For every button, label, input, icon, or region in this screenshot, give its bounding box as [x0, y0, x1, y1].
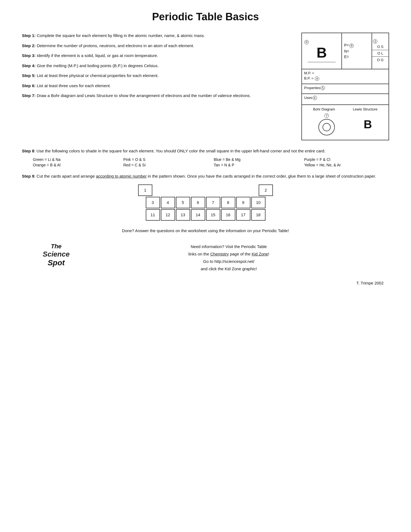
color-pink: Pink = O & S	[123, 157, 208, 162]
electron-row: E=	[344, 55, 369, 59]
chemistry-link: Chemistry	[210, 252, 229, 256]
cell-14: 14	[191, 209, 205, 221]
periodic-pattern: 1 2 3 4 5 6 7 8 9 10 11 12 13 14 15	[22, 184, 389, 221]
step1-text: Step 1: Complete the square for each ele…	[22, 33, 293, 39]
pattern-row-2: 3 4 5 6 7 8 9 10	[146, 197, 266, 208]
cell-11: 11	[146, 209, 160, 221]
color-orange: Orange = B & Al	[33, 163, 118, 167]
cell-2: 2	[259, 184, 273, 196]
color-green: Green = Li & Na	[33, 157, 118, 162]
step3-text: Step 3: Identify if the element is a sol…	[22, 53, 293, 59]
card-properties-section: Properties5	[302, 84, 389, 93]
empty-4	[198, 184, 213, 196]
step5-text: Step 5: List at least three physical or …	[22, 73, 293, 79]
element-symbol: B	[316, 45, 327, 60]
cell-13: 13	[176, 209, 190, 221]
element-card-diagram: ① B P=② N= E= 3 O S O L O	[301, 33, 389, 140]
step9-section: Step 9: Cut the cards apart and arrange …	[22, 173, 389, 221]
kidzone-link: Kid Zone	[252, 252, 268, 256]
neutron-row: N=	[344, 49, 369, 53]
card-pne-section: P=② N= E=	[342, 33, 372, 69]
step9-text: Step 9: Cut the cards apart and arrange …	[22, 173, 389, 180]
attribution: T. Trimpe 2002	[22, 281, 389, 285]
bohr-lewis-header: Bohr Diagram Lewis Structure	[304, 107, 386, 111]
bp-row: B.P. = 4	[304, 76, 386, 81]
footer-line2: links on the Chemistry page of the Kid Z…	[85, 250, 373, 258]
cell-8: 8	[221, 197, 235, 208]
empty-1	[153, 184, 167, 196]
step6-text: Step 6: List at least three uses for eac…	[22, 83, 293, 89]
cell-15: 15	[206, 209, 220, 221]
pattern-row-1: 1 2	[138, 184, 273, 196]
step8-text: Step 8: Use the following colors to shad…	[22, 148, 389, 154]
card-divider-line	[308, 62, 336, 62]
step7-text: Step 7: Draw a Bohr diagram and Lewis St…	[22, 93, 293, 99]
bohr-outer-circle	[318, 119, 335, 135]
cell-1: 1	[138, 184, 152, 196]
color-purple: Purple = F & Cl	[304, 157, 389, 162]
logo-the: The	[51, 243, 61, 250]
intro-section: Step 1: Complete the square for each ele…	[22, 33, 389, 140]
footer-line1: Need information? Visit the Periodic Tab…	[85, 243, 373, 250]
card-mp-bp-section: M.P. = B.P. = 4	[302, 69, 389, 84]
color-yellow: Yellow = He, Ne, & Ar	[304, 163, 389, 167]
footer-section: The Science Spot Need information? Visit…	[22, 243, 389, 272]
cell-10: 10	[251, 197, 266, 208]
footer-line4: and click the Kid Zone graphic!	[85, 265, 373, 272]
cell-3: 3	[146, 197, 160, 208]
color-grid: Green = Li & Na Pink = O & S Blue = Be &…	[33, 157, 389, 167]
step4-text: Step 4: Give the melting (M.P.) and boil…	[22, 63, 293, 69]
cell-18: 18	[251, 209, 266, 221]
empty-5	[213, 184, 228, 196]
done-text: Done? Answer the questions on the worksh…	[122, 228, 289, 233]
state-gas: O G	[372, 57, 389, 63]
card-uses-section: Uses6	[302, 93, 389, 104]
bohr-inner-circle	[322, 123, 331, 131]
proton-row: P=②	[344, 43, 369, 48]
logo-science: Science	[43, 250, 70, 258]
color-blue: Blue = Be & Mg	[214, 157, 299, 162]
footer-line3: Go to http://sciencespot.net/	[85, 258, 373, 265]
cell-12: 12	[161, 209, 175, 221]
card-top: ① B P=② N= E= 3 O S O L O	[302, 33, 389, 69]
cell-7: 7	[206, 197, 220, 208]
pattern-row-3: 11 12 13 14 15 16 17 18	[146, 209, 266, 221]
step8-section: Step 8: Use the following colors to shad…	[22, 148, 389, 167]
bohr-diagrams: 7 B	[304, 113, 386, 138]
card-bohr-section: Bohr Diagram Lewis Structure 7 B	[302, 104, 389, 140]
steps-left: Step 1: Complete the square for each ele…	[22, 33, 293, 140]
done-section: Done? Answer the questions on the worksh…	[22, 228, 389, 233]
empty-6	[229, 184, 243, 196]
state-liquid: O L	[372, 50, 389, 57]
footer-info: Need information? Visit the Periodic Tab…	[85, 243, 373, 272]
empty-3	[183, 184, 198, 196]
state-solid: O S	[372, 44, 389, 50]
page-title: Periodic Table Basics	[22, 11, 389, 23]
cell-16: 16	[221, 209, 235, 221]
lewis-symbol: B	[364, 118, 372, 131]
mp-row: M.P. =	[304, 71, 386, 75]
cell-9: 9	[236, 197, 250, 208]
empty-7	[244, 184, 258, 196]
cell-4: 4	[161, 197, 175, 208]
step2-text: Step 2: Determine the number of protons,…	[22, 43, 293, 49]
cell-5: 5	[176, 197, 190, 208]
logo-spot: Spot	[48, 258, 65, 267]
cell-17: 17	[236, 209, 250, 221]
empty-2	[168, 184, 182, 196]
card-state-section: 3 O S O L O G	[372, 33, 389, 69]
card-symbol-section: ① B	[302, 33, 342, 69]
color-tan: Tan = N & P	[214, 163, 299, 167]
cell-6: 6	[191, 197, 205, 208]
atomic-number-circle: ①	[304, 40, 309, 44]
science-spot-logo: The Science Spot	[38, 243, 74, 267]
color-red: Red = C & Si	[123, 163, 208, 167]
